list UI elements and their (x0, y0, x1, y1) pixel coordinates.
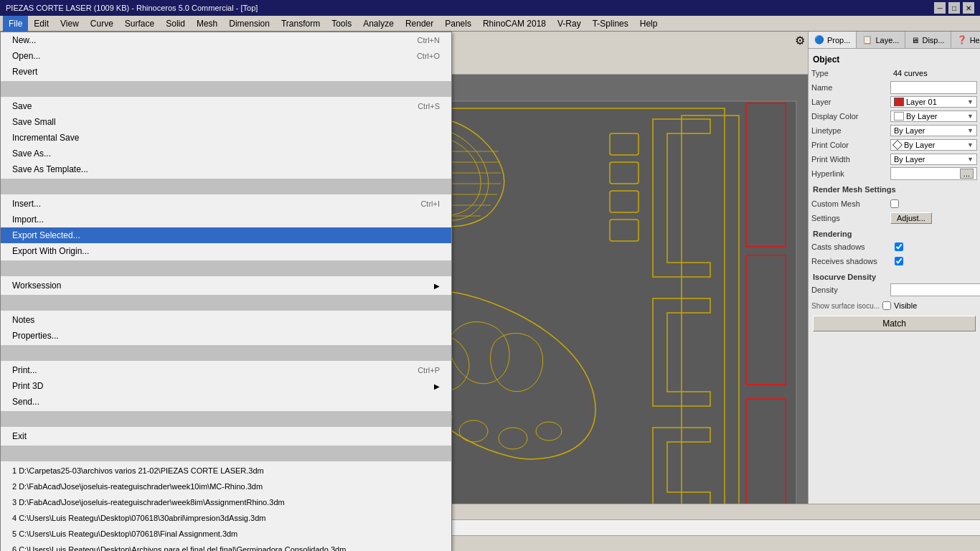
show-surface-label: Show surface isocu... (811, 302, 880, 310)
menu-dimension[interactable]: Dimension (223, 16, 275, 32)
file-dropdown: New... Ctrl+N Open... Ctrl+O Revert Save… (0, 32, 452, 551)
menu-properties[interactable]: Properties... (1, 328, 451, 344)
menu-panels[interactable]: Panels (439, 16, 477, 32)
menu-surface[interactable]: Surface (119, 16, 160, 32)
menu-transform[interactable]: Transform (275, 16, 326, 32)
tab-help[interactable]: ❓ Help (951, 32, 980, 48)
maximize-button[interactable]: □ (948, 2, 960, 14)
recent-5[interactable]: 5 C:\Users\Luis Reategu\Desktop\070618\F… (1, 526, 451, 542)
print-width-arrow[interactable]: ▼ (967, 156, 974, 163)
visible-checkbox[interactable] (882, 301, 891, 310)
minimize-button[interactable]: ─ (934, 2, 946, 14)
display-color-box (894, 112, 904, 121)
type-value: 44 curves (890, 68, 977, 78)
type-label: Type (811, 69, 890, 77)
menu-edit[interactable]: Edit (28, 16, 55, 32)
menu-bar[interactable]: File Edit View Curve Surface Solid Mesh … (0, 16, 980, 32)
custom-mesh-row: Custom Mesh (811, 197, 977, 211)
name-value[interactable] (890, 81, 977, 94)
tab-display[interactable]: 🖥 Disp... (905, 32, 951, 48)
menu-send[interactable]: Send... (1, 394, 451, 410)
menu-print[interactable]: Print... Ctrl+P (1, 362, 451, 378)
linetype-value[interactable]: By Layer ▼ (890, 125, 977, 136)
menu-export-selected[interactable]: Export Selected... (1, 227, 451, 243)
linetype-row: Linetype By Layer ▼ (811, 123, 977, 138)
menu-notes[interactable]: Notes (1, 312, 451, 328)
receives-shadows-row: Receives shadows (811, 254, 977, 268)
settings-row: Settings Adjust... (811, 211, 977, 225)
custom-mesh-label: Custom Mesh (811, 199, 890, 208)
menu-view[interactable]: View (55, 16, 85, 32)
menu-curve[interactable]: Curve (85, 16, 119, 32)
menu-export-origin[interactable]: Export With Origin... (1, 243, 451, 259)
print-color-value[interactable]: By Layer ▼ (890, 139, 977, 151)
menu-worksession[interactable]: Worksession ▶ (1, 278, 451, 293)
menu-save[interactable]: Save Ctrl+S (1, 98, 451, 114)
recent-2[interactable]: 2 D:\FabAcad\Jose\joseluis-reateguischra… (1, 479, 451, 494)
layer-dropdown-arrow[interactable]: ▼ (967, 98, 974, 105)
menu-insert[interactable]: Insert... Ctrl+I (1, 196, 451, 212)
menu-tsplines[interactable]: T-Splines (587, 16, 634, 32)
hyperlink-value[interactable]: ... (890, 167, 977, 180)
print-color-arrow[interactable]: ▼ (967, 141, 974, 149)
density-stepper[interactable]: ▲ ▼ (890, 283, 980, 296)
menu-incremental-save[interactable]: Incremental Save (1, 130, 451, 146)
menu-save-as[interactable]: Save As... (1, 146, 451, 161)
title-bar-controls[interactable]: ─ □ ✕ (934, 2, 974, 14)
menu-save-as-template[interactable]: Save As Template... (1, 161, 451, 177)
title-text: PIEZAS CORTE LASER (1009 KB) - Rhinocero… (6, 4, 258, 12)
name-label: Name (811, 83, 890, 92)
display-icon: 🖥 (911, 36, 919, 44)
close-button[interactable]: ✕ (963, 2, 974, 14)
recent-6[interactable]: 6 C:\Users\Luis Reategu\Desktop\Archivos… (1, 542, 451, 551)
print-color-label: Print Color (811, 141, 890, 149)
menu-exit[interactable]: Exit (1, 428, 451, 444)
menu-file[interactable]: File (3, 16, 28, 32)
receives-shadows-checkbox[interactable] (895, 257, 903, 265)
menu-rhinocam[interactable]: RhinoCAM 2018 (477, 16, 552, 32)
menu-mesh[interactable]: Mesh (191, 16, 223, 32)
adjust-button[interactable]: Adjust... (890, 212, 932, 224)
menu-render[interactable]: Render (400, 16, 439, 32)
hyperlink-button[interactable]: ... (960, 169, 974, 179)
tab-layers[interactable]: 📋 Laye... (857, 32, 905, 48)
menu-solid[interactable]: Solid (160, 16, 191, 32)
menu-print3d[interactable]: Print 3D ▶ (1, 378, 451, 394)
casts-shadows-checkbox[interactable] (895, 242, 903, 251)
print-color-row: Print Color By Layer ▼ (811, 138, 977, 152)
sep5 (1, 345, 451, 361)
layer-value[interactable]: Layer 01 ▼ (890, 96, 977, 108)
recent-4[interactable]: 4 C:\Users\Luis Reategu\Desktop\070618\3… (1, 510, 451, 526)
show-surface-row: Show surface isocu... Visible (811, 298, 977, 313)
right-panel-tabs[interactable]: 🔵 Prop... 📋 Laye... 🖥 Disp... ❓ Help V-R… (809, 32, 980, 49)
menu-import[interactable]: Import... (1, 212, 451, 227)
density-input[interactable] (891, 284, 980, 296)
layer-label: Layer (811, 98, 890, 106)
tab-properties[interactable]: 🔵 Prop... (809, 32, 857, 48)
display-color-row: Display Color By Layer ▼ (811, 109, 977, 123)
print-color-diamond (892, 140, 903, 150)
print-width-value[interactable]: By Layer ▼ (890, 154, 977, 165)
recent-3[interactable]: 3 D:\FabAcad\Jose\joseluis-reateguischra… (1, 494, 451, 510)
recent-1[interactable]: 1 D:\Carpetas25-03\archivos varios 21-02… (1, 463, 451, 479)
menu-open[interactable]: Open... Ctrl+O (1, 48, 451, 64)
right-panel: 🔵 Prop... 📋 Laye... 🖥 Disp... ❓ Help V-R… (808, 32, 980, 551)
toolbar-settings-icon[interactable]: ⚙ (795, 34, 805, 47)
menu-tools[interactable]: Tools (326, 16, 357, 32)
display-color-arrow[interactable]: ▼ (967, 113, 974, 120)
print-width-row: Print Width By Layer ▼ (811, 152, 977, 166)
menu-analyze[interactable]: Analyze (357, 16, 400, 32)
linetype-arrow[interactable]: ▼ (967, 127, 974, 134)
display-color-value[interactable]: By Layer ▼ (890, 110, 977, 122)
menu-help[interactable]: Help (634, 16, 664, 32)
print-width-label: Print Width (811, 155, 890, 164)
match-button[interactable]: Match (813, 316, 976, 331)
menu-vray[interactable]: V-Ray (552, 16, 587, 32)
menu-new[interactable]: New... Ctrl+N (1, 32, 451, 48)
menu-revert[interactable]: Revert (1, 64, 451, 80)
custom-mesh-checkbox[interactable] (890, 199, 899, 208)
menu-save-small[interactable]: Save Small (1, 114, 451, 130)
type-row: Type 44 curves (811, 66, 977, 80)
hyperlink-label: Hyperlink (811, 169, 890, 178)
settings-label: Settings (811, 214, 890, 222)
